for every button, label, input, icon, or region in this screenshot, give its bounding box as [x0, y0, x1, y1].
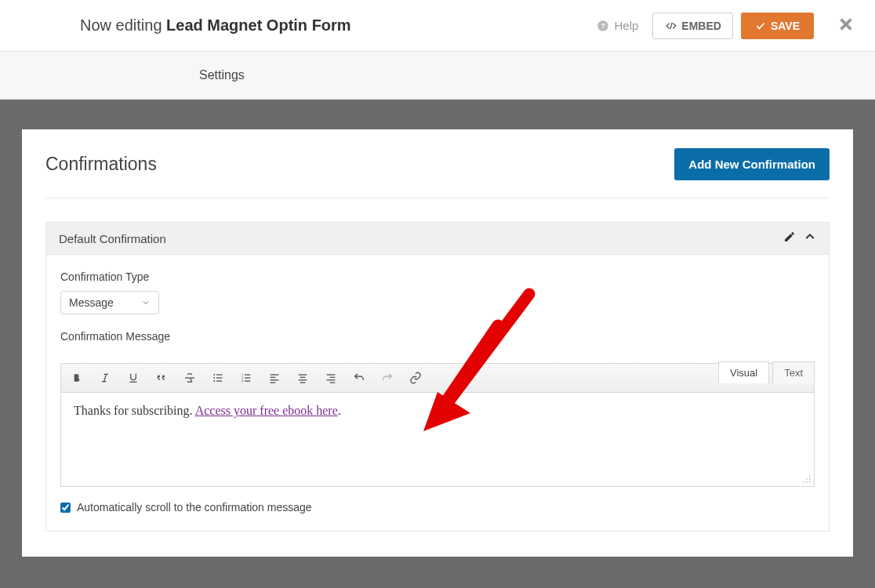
editor-tab-text[interactable]: Text: [772, 361, 815, 383]
panel-header: Confirmations Add New Confirmation: [45, 148, 830, 198]
message-text: Thanks for subscribing.: [74, 404, 195, 417]
svg-point-10: [213, 374, 215, 376]
svg-rect-27: [300, 377, 306, 378]
confirmation-message-label: Confirmation Message: [60, 330, 815, 343]
editor-toolbar: 123: [60, 363, 815, 393]
auto-scroll-checkbox[interactable]: [60, 503, 71, 513]
svg-rect-13: [216, 374, 222, 375]
svg-rect-33: [330, 382, 336, 383]
svg-point-39: [803, 481, 804, 483]
bold-button[interactable]: [67, 368, 86, 387]
auto-scroll-label: Automatically scroll to the confirmation…: [77, 501, 312, 514]
align-center-icon: [296, 372, 309, 384]
svg-line-7: [104, 374, 107, 381]
editing-prefix: Now editing: [80, 16, 162, 34]
svg-text:?: ?: [601, 22, 606, 30]
svg-rect-24: [270, 379, 279, 380]
close-button[interactable]: [837, 16, 855, 36]
confirmation-type-label: Confirmation Type: [60, 270, 815, 283]
svg-point-34: [809, 475, 811, 477]
chevron-up-icon: [804, 230, 816, 243]
confirmation-body: Confirmation Type Message Confirmation M…: [46, 255, 829, 531]
svg-rect-28: [299, 379, 307, 380]
strikethrough-icon: [183, 372, 196, 384]
check-icon: [755, 20, 766, 31]
numbered-list-button[interactable]: 123: [237, 368, 256, 387]
editing-title: Now editing Lead Magnet Optin Form: [80, 16, 597, 34]
quote-icon: [155, 372, 168, 384]
editor-wrap: Visual Text 123: [60, 363, 815, 487]
form-name: Lead Magnet Optin Form: [166, 16, 351, 34]
message-link[interactable]: Access your free ebook here: [195, 404, 338, 417]
svg-rect-25: [270, 382, 276, 383]
svg-rect-30: [327, 374, 336, 375]
panel-title: Confirmations: [45, 154, 157, 175]
svg-line-2: [670, 22, 672, 28]
svg-rect-20: [245, 377, 250, 378]
pencil-icon: [783, 230, 796, 243]
embed-icon: [664, 20, 678, 31]
add-confirmation-button[interactable]: Add New Confirmation: [674, 148, 830, 180]
underline-icon: [127, 372, 140, 384]
svg-rect-26: [299, 374, 307, 375]
undo-icon: [353, 372, 365, 384]
svg-rect-14: [216, 377, 222, 378]
auto-scroll-option[interactable]: Automatically scroll to the confirmation…: [60, 501, 815, 514]
confirmation-box: Default Confirmation Confirmation Type M…: [45, 222, 830, 532]
svg-point-11: [213, 377, 215, 379]
edit-confirmation-button[interactable]: [783, 230, 796, 246]
align-right-button[interactable]: [321, 368, 340, 387]
svg-rect-31: [330, 377, 336, 378]
align-center-button[interactable]: [293, 368, 312, 387]
svg-point-38: [806, 481, 808, 483]
help-icon: ?: [597, 20, 609, 32]
settings-panel: Confirmations Add New Confirmation Defau…: [22, 129, 853, 557]
tab-bar: Settings: [0, 52, 875, 100]
blockquote-button[interactable]: [152, 368, 171, 387]
underline-button[interactable]: [124, 368, 143, 387]
resize-handle-icon[interactable]: [801, 474, 812, 485]
editor-content[interactable]: Thanks for subscribing. Access your free…: [60, 393, 815, 487]
top-bar: Now editing Lead Magnet Optin Form ? Hel…: [0, 0, 875, 52]
collapse-confirmation-button[interactable]: [804, 230, 816, 246]
svg-rect-21: [245, 380, 250, 381]
svg-rect-29: [300, 382, 306, 383]
link-button[interactable]: [406, 368, 425, 387]
redo-button[interactable]: [378, 368, 397, 387]
message-suffix: .: [338, 404, 341, 417]
save-button[interactable]: SAVE: [741, 13, 814, 39]
bold-icon: [71, 372, 83, 384]
italic-icon: [99, 372, 111, 384]
svg-rect-23: [270, 377, 276, 378]
svg-rect-32: [327, 379, 336, 380]
list-ul-icon: [212, 372, 224, 384]
chevron-down-icon: [141, 298, 151, 307]
svg-rect-15: [216, 380, 222, 381]
undo-button[interactable]: [350, 368, 369, 387]
svg-point-36: [809, 481, 811, 483]
svg-point-12: [213, 380, 215, 382]
confirmation-type-select[interactable]: Message: [60, 291, 159, 314]
align-right-icon: [325, 372, 337, 384]
align-left-button[interactable]: [265, 368, 284, 387]
work-area: Confirmations Add New Confirmation Defau…: [0, 100, 875, 588]
embed-button[interactable]: EMBED: [652, 13, 733, 39]
svg-point-37: [806, 478, 808, 480]
svg-rect-19: [245, 374, 250, 375]
list-ol-icon: 123: [240, 372, 252, 384]
svg-rect-22: [270, 374, 279, 375]
strikethrough-button[interactable]: [180, 368, 199, 387]
bullet-list-button[interactable]: [209, 368, 227, 387]
italic-button[interactable]: [96, 368, 114, 387]
confirmation-name: Default Confirmation: [59, 232, 783, 245]
editor-tab-visual[interactable]: Visual: [718, 361, 769, 383]
svg-text:3: 3: [241, 379, 244, 383]
redo-icon: [381, 372, 394, 384]
help-link[interactable]: ? Help: [597, 19, 638, 32]
tab-settings[interactable]: Settings: [199, 68, 245, 82]
link-icon: [409, 372, 422, 384]
align-left-icon: [268, 372, 281, 384]
svg-point-35: [809, 478, 811, 480]
confirmation-header: Default Confirmation: [46, 223, 829, 255]
close-icon: [837, 16, 855, 33]
